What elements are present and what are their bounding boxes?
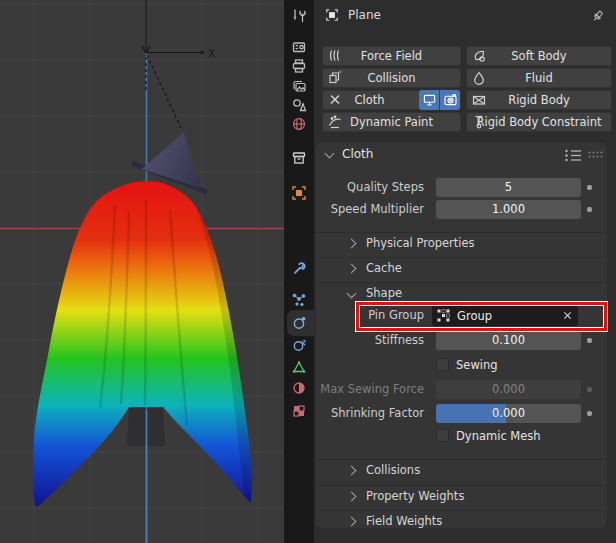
tool-icon[interactable]: [291, 8, 307, 24]
quality-steps-value: 5: [505, 180, 512, 194]
dynamic-mesh-row: Dynamic Mesh: [316, 428, 607, 444]
chevron-right-icon: [347, 465, 357, 475]
shape-label: Shape: [366, 286, 402, 300]
speed-multiplier-label: Speed Multiplier: [316, 200, 424, 219]
object-data-icon[interactable]: [291, 359, 307, 375]
rigid-body-constraint-icon: [472, 115, 486, 129]
speed-multiplier-field[interactable]: 1.000: [436, 200, 581, 219]
cache-subpanel[interactable]: Cache: [316, 257, 607, 278]
stiffness-field[interactable]: 0.100: [436, 331, 581, 350]
shape-subpanel[interactable]: Shape: [316, 282, 607, 303]
object-icon[interactable]: [291, 185, 307, 201]
shrinking-factor-row: Shrinking Factor 0.000: [316, 404, 607, 423]
constraints-icon[interactable]: [291, 337, 307, 353]
dynamic-paint-button[interactable]: Dynamic Paint: [322, 112, 461, 132]
soft-body-button[interactable]: Soft Body: [466, 46, 612, 66]
collision-label: Collision: [367, 71, 415, 85]
stiffness-value: 0.100: [492, 333, 525, 347]
fluid-button[interactable]: Fluid: [466, 68, 612, 88]
animate-decorator[interactable]: [587, 387, 592, 392]
pin-icon[interactable]: [590, 9, 605, 24]
chevron-right-icon: [347, 238, 357, 248]
stiffness-row: Stiffness 0.100: [316, 331, 607, 350]
quality-steps-label: Quality Steps: [316, 178, 424, 197]
animate-decorator[interactable]: [587, 207, 592, 212]
3d-viewport[interactable]: X: [0, 0, 284, 543]
texture-icon[interactable]: [291, 403, 307, 419]
render-icon[interactable]: [291, 39, 307, 55]
remove-icon[interactable]: [329, 93, 341, 106]
speed-multiplier-value: 1.000: [492, 202, 525, 216]
presets-icon[interactable]: [564, 149, 582, 162]
field-weights-subpanel[interactable]: Field Weights: [316, 510, 607, 531]
max-sewing-force-row: Max Sewing Force 0.000: [316, 380, 607, 399]
viewport-display-toggle[interactable]: [419, 90, 439, 110]
output-icon[interactable]: [291, 58, 307, 74]
max-sewing-force-label: Max Sewing Force: [316, 380, 424, 399]
max-sewing-force-value: 0.000: [492, 382, 525, 396]
physical-properties-label: Physical Properties: [366, 236, 475, 250]
rigid-body-button[interactable]: Rigid Body: [466, 90, 612, 110]
breadcrumb: Plane: [325, 8, 381, 22]
collision-button[interactable]: Collision: [322, 68, 461, 88]
sewing-checkbox[interactable]: [436, 358, 449, 371]
fluid-icon: [472, 71, 486, 85]
monitor-icon: [423, 94, 436, 106]
rigid-body-constraint-label: Rigid Body Constraint: [477, 115, 602, 129]
dynamic-mesh-checkbox[interactable]: [436, 429, 449, 442]
physics-icon[interactable]: [291, 315, 307, 331]
force-field-icon: [328, 49, 342, 63]
properties-tab-bar: [284, 0, 314, 543]
modifiers-icon[interactable]: [291, 260, 307, 276]
object-data-icon: [325, 8, 339, 22]
pin-group-field[interactable]: Group: [432, 305, 578, 326]
sewing-row: Sewing: [316, 357, 607, 373]
blender-window: X: [0, 0, 616, 543]
force-field-label: Force Field: [361, 49, 422, 63]
pin-group-label: Pin Group: [316, 305, 424, 326]
world-icon[interactable]: [291, 116, 307, 132]
particles-icon[interactable]: [291, 292, 307, 308]
cloth-panel-title: Cloth: [342, 147, 373, 161]
field-weights-label: Field Weights: [366, 514, 442, 528]
animate-decorator[interactable]: [587, 411, 592, 416]
collision-icon: [328, 71, 342, 85]
sewing-label: Sewing: [456, 357, 498, 373]
cache-label: Cache: [366, 261, 402, 275]
cloth-panel: Cloth Quality Steps 5 Speed Multiplie: [316, 142, 607, 528]
collisions-subpanel[interactable]: Collisions: [316, 459, 607, 480]
rigid-body-icon: [472, 93, 486, 107]
speed-multiplier-row: Speed Multiplier 1.000: [316, 200, 607, 219]
shrinking-factor-value: 0.000: [492, 406, 525, 420]
cloth-button[interactable]: Cloth: [322, 90, 461, 110]
physical-properties-subpanel[interactable]: Physical Properties: [316, 232, 607, 253]
dynamic-paint-icon: [328, 115, 342, 129]
cloth-panel-header[interactable]: Cloth: [316, 142, 607, 168]
dynamic-paint-label: Dynamic Paint: [350, 115, 433, 129]
quality-steps-field[interactable]: 5: [436, 178, 581, 197]
pin-group-value: Group: [457, 309, 492, 323]
property-weights-subpanel[interactable]: Property Weights: [316, 485, 607, 506]
fluid-label: Fluid: [525, 71, 553, 85]
chevron-right-icon: [347, 491, 357, 501]
property-weights-label: Property Weights: [366, 489, 464, 503]
animate-decorator[interactable]: [587, 185, 592, 190]
shrinking-factor-label: Shrinking Factor: [316, 404, 424, 423]
animate-decorator[interactable]: [587, 338, 592, 343]
soft-body-icon: [472, 49, 486, 63]
drag-grip-icon[interactable]: [588, 151, 603, 158]
collection-icon[interactable]: [291, 150, 307, 166]
clear-pin-group-icon[interactable]: [563, 311, 572, 320]
material-icon[interactable]: [291, 380, 307, 396]
render-display-toggle[interactable]: [440, 90, 460, 110]
view-layer-icon[interactable]: [291, 78, 307, 94]
object-name: Plane: [348, 8, 381, 22]
chevron-right-icon: [347, 263, 357, 273]
rigid-body-constraint-button[interactable]: Rigid Body Constraint: [466, 112, 612, 132]
max-sewing-force-field[interactable]: 0.000: [436, 380, 581, 399]
rigid-body-label: Rigid Body: [508, 93, 570, 107]
force-field-button[interactable]: Force Field: [322, 46, 461, 66]
scene-icon[interactable]: [291, 97, 307, 113]
shrinking-factor-slider[interactable]: 0.000: [436, 404, 581, 423]
chevron-down-icon: [325, 149, 335, 159]
